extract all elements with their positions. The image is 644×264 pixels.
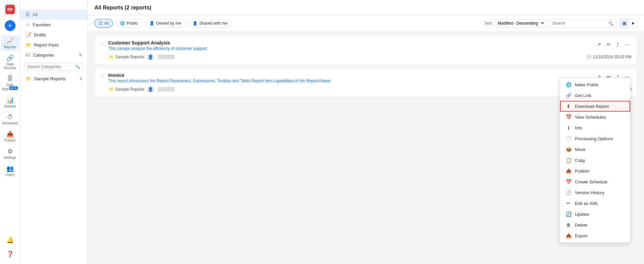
avatar-name-placeholder: [158, 87, 175, 92]
export-icon: 📤: [565, 233, 572, 238]
menu-item-version-history[interactable]: 🕐 Version History: [560, 187, 630, 198]
info-icon: ℹ: [565, 125, 572, 130]
star-icon[interactable]: ☆: [100, 72, 105, 79]
delete-label: Delete: [575, 223, 588, 228]
download-icon: ⬇: [565, 104, 572, 109]
star-icon[interactable]: ☆: [100, 40, 105, 47]
settings-icon: ⚙: [7, 148, 13, 155]
filter-owned-button[interactable]: 👤 Owned by me: [145, 19, 185, 28]
data-sources-label: Data Sources: [2, 62, 18, 70]
info-label: Info: [575, 125, 582, 130]
notifications-button[interactable]: 🔔: [1, 234, 19, 246]
reports-label: Reports: [4, 45, 16, 49]
sidebar-item-data-sources[interactable]: 🔗 Data Sources: [1, 52, 19, 72]
menu-item-processing-options[interactable]: 📄 Processing Options: [560, 133, 630, 144]
make-public-icon: 🌐: [565, 82, 572, 87]
sidebar-item-favorites[interactable]: ☆ Favorites: [20, 20, 87, 30]
categories-search-input[interactable]: [27, 64, 74, 69]
all-label: All: [33, 12, 37, 17]
sort-area: Sort Modified - Descending Modified - As…: [485, 19, 637, 28]
search-input[interactable]: [552, 21, 606, 26]
sidebar-item-categories[interactable]: 🏷 Categories ⇅: [20, 50, 87, 60]
sidebar-item-users[interactable]: 👥 Users: [1, 163, 19, 179]
report-info: Customer Support Analysis This sample an…: [108, 40, 591, 51]
data-hub-icon: 🗄: [7, 75, 13, 82]
get-link-icon: 🔗: [565, 93, 572, 98]
add-button[interactable]: +: [5, 20, 16, 31]
menu-item-download-report[interactable]: ⬇ Download Report: [560, 101, 630, 112]
schedules-label: Schedules: [2, 121, 18, 125]
sidebar-item-data-hub[interactable]: 🗄 Data HubBETA: [1, 73, 19, 93]
nav-bottom: 🔔 ❓: [1, 234, 19, 264]
sidebar-item-report-parts[interactable]: 📁 Report Parts: [20, 40, 87, 50]
copy-icon: 📋: [565, 157, 572, 163]
folder-name: Sample Reports: [115, 55, 144, 59]
download-report-label: Download Report: [575, 104, 609, 109]
categories-label: Categories: [33, 53, 54, 58]
processing-options-label: Processing Options: [575, 136, 613, 141]
report-card: ☆ Invoice This report showcases the Repo…: [94, 68, 637, 97]
sidebar-item-sample-reports[interactable]: 📁 Sample Reports 2: [20, 74, 87, 84]
menu-item-copy[interactable]: 📋 Copy: [560, 155, 630, 166]
menu-item-publish[interactable]: 📤 Publish: [560, 166, 630, 176]
menu-item-make-public[interactable]: 🌐 Make Public: [560, 79, 630, 90]
filter-public-button[interactable]: 🌐 Public: [116, 19, 142, 28]
open-button[interactable]: ↗: [595, 40, 603, 49]
more-button[interactable]: ⋯: [622, 40, 632, 49]
sidebar-item-all[interactable]: ☰ All: [20, 9, 87, 20]
sidebar-item-drafts[interactable]: 📝 Drafts: [20, 30, 87, 40]
grid-view-button[interactable]: ⊞: [620, 19, 629, 28]
data-hub-label: Data HubBETA: [2, 83, 18, 91]
filter-all-button[interactable]: ☰ All: [94, 19, 113, 28]
all-icon: ☰: [26, 12, 30, 17]
drafts-label: Drafts: [34, 32, 46, 37]
avatar: 👤: [147, 54, 154, 60]
menu-item-move[interactable]: 📦 Move: [560, 144, 630, 155]
nav-bar: BR + 📈 Reports 🔗 Data Sources 🗄 Data Hub…: [0, 0, 20, 264]
folder-icon: 📁: [109, 87, 114, 92]
filter-shared-button[interactable]: 👤 Shared with me: [188, 19, 232, 28]
menu-item-info[interactable]: ℹ Info: [560, 122, 630, 133]
publish-icon: 📤: [565, 168, 572, 174]
sidebar-item-dataset[interactable]: 📊 Dataset: [1, 94, 19, 110]
sample-reports-label: Sample Reports: [34, 76, 65, 81]
favorites-icon: ☆: [26, 22, 30, 27]
share-button[interactable]: ⤴: [614, 40, 621, 49]
move-label: Move: [575, 147, 586, 152]
search-box[interactable]: 🔍: [549, 19, 617, 28]
create-schedule-label: Create Schedule: [575, 179, 608, 184]
menu-item-edit-as-xml[interactable]: ✏ Edit as XML: [560, 198, 630, 209]
menu-item-create-schedule[interactable]: 📅 Create Schedule: [560, 176, 630, 187]
sidebar-item-publish[interactable]: 📤 Publish: [1, 128, 19, 144]
menu-item-view-schedules[interactable]: 📅 View Schedules: [560, 112, 630, 122]
sidebar-item-schedules[interactable]: ⏱ Schedules: [1, 112, 19, 127]
export-label: Export: [575, 233, 588, 238]
menu-item-delete[interactable]: 🗑 Delete: [560, 219, 630, 230]
sort-select[interactable]: Modified - Descending Modified - Ascendi…: [495, 19, 547, 28]
edit-as-xml-label: Edit as XML: [575, 201, 598, 206]
menu-item-get-link[interactable]: 🔗 Get Link: [560, 90, 630, 101]
sidebar-item-reports[interactable]: 📈 Reports: [1, 35, 19, 51]
edit-button[interactable]: ✏: [605, 40, 613, 49]
search-icon: 🔍: [608, 21, 614, 26]
users-icon: 👥: [6, 165, 14, 172]
report-meta: 📁 Sample Reports 👤 🕐 11/15/2024 02:33 PM: [109, 86, 632, 93]
menu-item-export[interactable]: 📤 Export: [560, 230, 630, 241]
edit-xml-icon: ✏: [565, 201, 572, 206]
menu-item-update[interactable]: 🔄 Update: [560, 209, 630, 219]
sidebar-title: [20, 4, 87, 9]
app-logo-inner: BR: [5, 5, 15, 14]
sidebar-item-settings[interactable]: ⚙ Settings: [1, 146, 19, 162]
list-view-button[interactable]: ▾: [629, 19, 637, 28]
categories-sort-icon: ⇅: [79, 53, 82, 57]
report-parts-label: Report Parts: [34, 42, 59, 48]
bell-icon: 🔔: [6, 236, 14, 244]
view-schedules-label: View Schedules: [575, 115, 606, 120]
report-card-header: ☆ Invoice This report showcases the Repo…: [100, 72, 632, 83]
report-folder: 📁 Sample Reports: [109, 55, 144, 59]
help-button[interactable]: ❓: [1, 248, 19, 260]
categories-search[interactable]: 🔍: [24, 63, 83, 71]
sort-label: Sort: [485, 21, 492, 26]
app-logo: BR: [3, 3, 17, 16]
version-history-icon: 🕐: [565, 190, 572, 195]
